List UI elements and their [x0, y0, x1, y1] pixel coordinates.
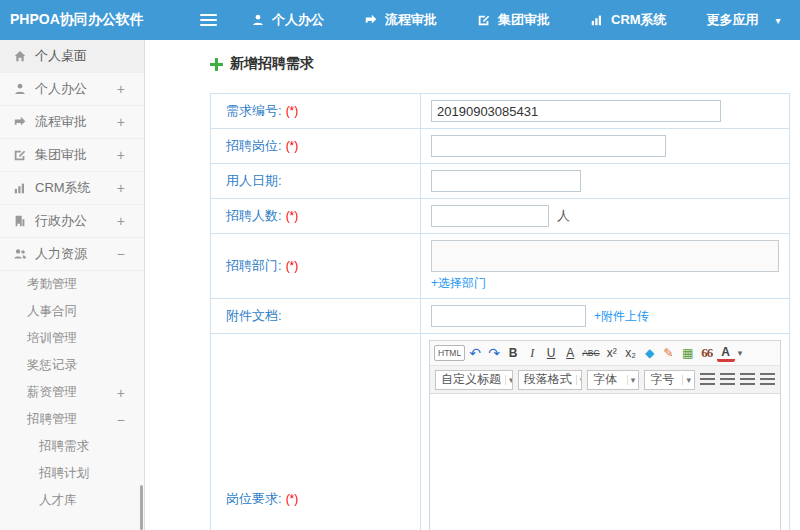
sidebar-item-recruit-demand[interactable]: 招聘需求: [0, 433, 144, 460]
align-left-icon[interactable]: [700, 373, 715, 386]
sidebar-item-crm[interactable]: CRM系统 +: [0, 172, 144, 205]
sidebar-item-admin-office[interactable]: 行政办公 +: [0, 205, 144, 238]
expand-icon[interactable]: +: [117, 81, 125, 97]
chevron-down-icon: ▾: [627, 375, 636, 385]
attachment-upload-link[interactable]: +附件上传: [594, 308, 649, 325]
redo-button[interactable]: ↷: [485, 343, 503, 363]
subscript-button[interactable]: x₂: [622, 343, 640, 363]
custom-heading-select[interactable]: 自定义标题 ▾: [435, 370, 513, 390]
building-icon: [13, 214, 27, 228]
recruitment-form: 需求编号: (*) 招聘岗位: (*) 用人日期:: [210, 93, 790, 530]
top-header: PHPOA协同办公软件 个人办公 流程审批 集团审批 CRM系统 更多应用 ▾: [0, 0, 800, 40]
form-row-count: 招聘人数: (*) 人: [211, 199, 789, 234]
blockquote-button[interactable]: 66: [698, 343, 716, 363]
nav-group-approval[interactable]: 集团审批: [477, 11, 550, 29]
sidebar-item-personal-office[interactable]: 个人办公 +: [0, 73, 144, 106]
nav-crm-system[interactable]: CRM系统: [590, 11, 667, 29]
position-input[interactable]: [431, 135, 666, 157]
nav-personal-office[interactable]: 个人办公: [251, 11, 324, 29]
font-color-button[interactable]: A: [717, 345, 735, 362]
users-icon: [13, 247, 27, 261]
expand-icon[interactable]: +: [117, 180, 125, 196]
sidebar-item-label: 行政办公: [35, 212, 87, 230]
sidebar-item-hr[interactable]: 人力资源 −: [0, 238, 144, 271]
sidebar-item-label: 流程审批: [35, 113, 87, 131]
sidebar-item-label: 培训管理: [27, 330, 77, 347]
editor-toolbar-top: HTML ↶ ↷ B I U A ABC x² x₂ ◆ ✎ ▦ 66: [430, 341, 780, 366]
sidebar-item-label: 招聘计划: [39, 465, 89, 482]
editor-toolbar-bottom: 自定义标题 ▾ 段落格式 ▾ 字体 ▾ 字号 ▾: [430, 366, 780, 394]
headcount-unit: 人: [557, 207, 570, 225]
field-label: 招聘部门:: [226, 257, 282, 275]
sidebar-item-workflow-approval[interactable]: 流程审批 +: [0, 106, 144, 139]
select-department-link[interactable]: +选择部门: [431, 275, 486, 292]
flow-icon: [364, 13, 378, 27]
page-title-row: 新增招聘需求: [210, 55, 800, 73]
edit-icon: [477, 13, 491, 27]
attachment-input[interactable]: [431, 305, 586, 327]
italic-button[interactable]: I: [523, 343, 541, 363]
user-icon: [251, 13, 265, 27]
requirement-editor-area[interactable]: [430, 394, 780, 530]
collapse-icon[interactable]: −: [117, 246, 125, 262]
table-button[interactable]: ▦: [679, 343, 697, 363]
strikethrough-button[interactable]: ABC: [580, 343, 601, 363]
field-label: 招聘岗位:: [226, 137, 282, 155]
eraser-button[interactable]: ◆: [641, 343, 659, 363]
font-underline-button[interactable]: A: [561, 343, 579, 363]
menu-toggle-button[interactable]: [194, 7, 223, 33]
req-no-input[interactable]: [431, 100, 721, 122]
form-row-requirement: 岗位要求: (*) HTML ↶ ↷ B I U A ABC x² x₂: [211, 334, 789, 530]
undo-button[interactable]: ↶: [466, 343, 484, 363]
align-right-icon[interactable]: [740, 373, 755, 386]
bold-button[interactable]: B: [504, 343, 522, 363]
nav-workflow-approval[interactable]: 流程审批: [364, 11, 437, 29]
select-value: 自定义标题: [441, 371, 501, 388]
expand-icon[interactable]: +: [117, 213, 125, 229]
hire-date-input[interactable]: [431, 170, 581, 192]
sidebar-item-personal-desktop[interactable]: 个人桌面: [0, 40, 144, 73]
sidebar-item-hr-contract[interactable]: 人事合同: [0, 298, 144, 325]
expand-icon[interactable]: +: [117, 147, 125, 163]
sidebar-item-group-approval[interactable]: 集团审批 +: [0, 139, 144, 172]
form-row-attachment: 附件文档: +附件上传: [211, 299, 789, 334]
font-color-caret-icon[interactable]: ▾: [736, 343, 745, 363]
sidebar-item-training[interactable]: 培训管理: [0, 325, 144, 352]
sidebar-item-recruit-plan[interactable]: 招聘计划: [0, 460, 144, 487]
sidebar-item-label: CRM系统: [35, 179, 91, 197]
required-marker: (*): [286, 209, 299, 223]
collapse-icon[interactable]: −: [117, 412, 125, 428]
format-painter-button[interactable]: ✎: [660, 343, 678, 363]
font-family-select[interactable]: 字体 ▾: [587, 370, 639, 390]
expand-icon[interactable]: +: [117, 114, 125, 130]
form-row-position: 招聘岗位: (*): [211, 129, 789, 164]
paragraph-format-select[interactable]: 段落格式 ▾: [518, 370, 582, 390]
headcount-input[interactable]: [431, 205, 549, 227]
sidebar-item-rewards[interactable]: 奖惩记录: [0, 352, 144, 379]
superscript-button[interactable]: x²: [603, 343, 621, 363]
font-size-select[interactable]: 字号 ▾: [644, 370, 695, 390]
html-source-button[interactable]: HTML: [434, 345, 465, 361]
align-justify-icon[interactable]: [760, 373, 775, 386]
sidebar-item-label: 考勤管理: [27, 276, 77, 293]
sidebar-scrollbar[interactable]: [140, 485, 143, 530]
flow-icon: [13, 115, 27, 129]
select-value: 字体: [593, 371, 617, 388]
underline-button[interactable]: U: [542, 343, 560, 363]
required-marker: (*): [286, 139, 299, 153]
expand-icon[interactable]: +: [117, 385, 125, 401]
sidebar-item-recruitment[interactable]: 招聘管理 −: [0, 406, 144, 433]
nav-more-apps[interactable]: 更多应用 ▾: [707, 11, 781, 29]
department-textarea[interactable]: [431, 240, 779, 272]
align-center-icon[interactable]: [720, 373, 735, 386]
sidebar-item-salary[interactable]: 薪资管理 +: [0, 379, 144, 406]
sidebar-item-label: 个人办公: [35, 80, 87, 98]
sidebar-item-attendance[interactable]: 考勤管理: [0, 271, 144, 298]
sidebar-item-talent-pool[interactable]: 人才库: [0, 487, 144, 514]
sidebar-item-label: 人才库: [39, 492, 77, 509]
required-marker: (*): [286, 492, 299, 506]
sidebar-item-label: 集团审批: [35, 146, 87, 164]
select-value: 段落格式: [524, 371, 572, 388]
app-logo: PHPOA协同办公软件: [0, 11, 188, 29]
hamburger-icon: [200, 14, 217, 16]
